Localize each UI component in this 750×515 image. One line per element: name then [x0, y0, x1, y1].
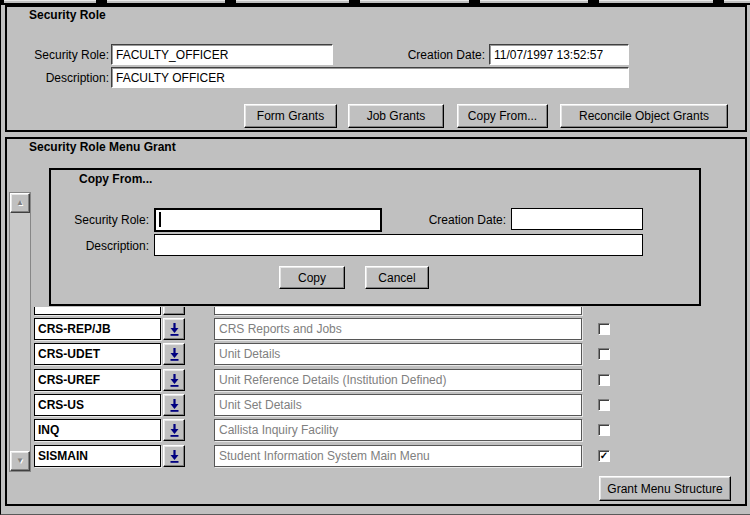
copy-description-input[interactable] [154, 234, 643, 256]
scroll-down-icon: ▼ [16, 457, 24, 465]
copy-from-panel: Copy From... Security Role: Creation Dat… [49, 168, 701, 306]
row-checkbox[interactable] [598, 348, 610, 360]
row-checkbox[interactable] [598, 374, 610, 386]
menu-description-input[interactable] [214, 343, 582, 365]
scroll-up-button[interactable]: ▲ [10, 193, 30, 213]
menu-code-input[interactable] [34, 307, 161, 315]
menu-description-input[interactable] [214, 394, 582, 416]
menu-description-input[interactable] [214, 445, 582, 467]
menu-down-arrow-icon [168, 347, 181, 361]
job-grants-button[interactable]: Job Grants [348, 104, 444, 128]
menu-down-arrow-icon [168, 398, 181, 412]
menu-structure-button[interactable] [163, 419, 185, 441]
scroll-up-icon: ▲ [16, 199, 24, 207]
menu-structure-button[interactable] [163, 307, 185, 315]
menu-down-arrow-icon [168, 322, 181, 336]
menu-row-partial [34, 307, 622, 318]
menu-description-input[interactable] [214, 318, 582, 340]
reconcile-object-grants-button[interactable]: Reconcile Object Grants [560, 104, 728, 128]
menu-scrollbar[interactable]: ▲ ▼ [9, 192, 31, 472]
copy-from-button[interactable]: Copy From... [457, 104, 548, 128]
section-title: Security Role [29, 8, 106, 22]
menu-code-input[interactable] [34, 419, 161, 441]
top-tab-remnant [480, 0, 588, 3]
menu-code-input[interactable] [34, 394, 161, 416]
menu-down-arrow-icon [168, 449, 181, 463]
grant-menu-structure-button[interactable]: Grant Menu Structure [599, 476, 731, 501]
row-checkbox[interactable]: ✓ [598, 450, 610, 462]
copy-description-label: Description: [59, 239, 149, 253]
menu-description-input[interactable] [214, 419, 582, 441]
menu-code-input[interactable] [34, 343, 161, 365]
creation-date-label: Creation Date: [399, 48, 485, 62]
security-role-label: Security Role: [13, 48, 109, 62]
menu-down-arrow-icon [168, 373, 181, 387]
top-tab-remnant [4, 0, 96, 3]
top-tab-remnant [724, 0, 750, 3]
security-role-input[interactable] [111, 44, 333, 65]
row-checkbox[interactable] [598, 399, 610, 411]
top-tab-remnant [107, 0, 225, 3]
scroll-down-button[interactable]: ▼ [10, 451, 30, 471]
copy-creation-date-label: Creation Date: [416, 213, 506, 227]
menu-row [34, 343, 622, 368]
menu-row [34, 369, 622, 394]
top-tab-remnant [236, 0, 349, 3]
menu-structure-button[interactable] [163, 343, 185, 365]
description-input[interactable] [111, 67, 629, 88]
row-checkbox[interactable] [598, 323, 610, 335]
menu-code-input[interactable] [34, 369, 161, 391]
security-role-window: Security Role Security Role: Creation Da… [0, 0, 750, 515]
copy-button[interactable]: Copy [279, 266, 345, 289]
menu-structure-button[interactable] [163, 445, 185, 467]
row-checkbox[interactable] [598, 424, 610, 436]
form-grants-button[interactable]: Form Grants [244, 104, 337, 128]
section-title: Security Role Menu Grant [29, 140, 176, 154]
menu-down-arrow-icon [168, 423, 181, 437]
menu-description-input[interactable] [214, 307, 582, 315]
cancel-button[interactable]: Cancel [365, 266, 429, 289]
menu-row [34, 394, 622, 419]
menu-code-input[interactable] [34, 318, 161, 340]
menu-structure-button[interactable] [163, 394, 185, 416]
menu-grant-section: Security Role Menu Grant ▲ ▼ Copy From..… [5, 137, 747, 506]
top-tab-remnant [599, 0, 713, 3]
menu-row: ✓ [34, 445, 622, 470]
menu-description-input[interactable] [214, 369, 582, 391]
copy-creation-date-input[interactable] [511, 208, 643, 230]
copy-security-role-label: Security Role: [59, 213, 149, 227]
top-tab-remnant [360, 0, 469, 3]
copy-security-role-input[interactable] [154, 208, 382, 232]
text-caret [159, 212, 161, 227]
creation-date-input[interactable] [489, 44, 629, 65]
menu-structure-button[interactable] [163, 318, 185, 340]
menu-row [34, 419, 622, 444]
menu-structure-button[interactable] [163, 369, 185, 391]
menu-row [34, 318, 622, 343]
menu-rows: ✓ [34, 307, 622, 472]
menu-code-input[interactable] [34, 445, 161, 467]
description-label: Description: [13, 71, 109, 85]
copy-from-title: Copy From... [79, 172, 152, 186]
security-role-section: Security Role Security Role: Creation Da… [5, 5, 747, 132]
